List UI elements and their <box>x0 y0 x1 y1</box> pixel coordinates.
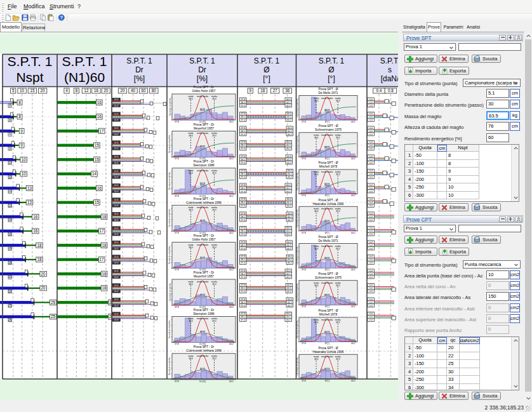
svg-text:37.4: 37.4 <box>241 233 245 236</box>
svg-text:Cubrinovski Ishihara 1999: Cubrinovski Ishihara 1999 <box>186 349 222 352</box>
svg-text:25: 25 <box>51 314 56 319</box>
svg-text:38.1: 38.1 <box>241 159 245 161</box>
svg-text:10: 10 <box>20 88 25 93</box>
svg-text:37.8: 37.8 <box>302 305 306 308</box>
svg-text:40.2: 40.2 <box>287 204 291 207</box>
svg-text:37.8: 37.8 <box>302 194 306 197</box>
svg-text:38.1: 38.1 <box>241 302 245 304</box>
svg-text:37.8: 37.8 <box>302 342 306 345</box>
svg-text:Hatanaka Uchida 1996: Hatanaka Uchida 1996 <box>313 350 344 354</box>
svg-text:15: 15 <box>30 88 35 93</box>
svg-text:Schmertmann 1975: Schmertmann 1975 <box>315 128 342 131</box>
svg-text:0.4: 0.4 <box>369 233 373 236</box>
svg-text:[%]: [%] <box>134 74 145 83</box>
svg-text:37.4: 37.4 <box>241 190 245 193</box>
svg-text:0.4: 0.4 <box>369 319 373 321</box>
svg-text:S.P.T. 1: S.P.T. 1 <box>62 54 107 69</box>
svg-text:moda media: moda media <box>197 95 208 98</box>
svg-text:9: 9 <box>20 143 23 147</box>
svg-text:40.1: 40.1 <box>287 201 291 204</box>
svg-text:39.3: 39.3 <box>336 358 340 361</box>
svg-text:38.1: 38.1 <box>241 187 245 190</box>
svg-text:15: 15 <box>95 200 100 204</box>
svg-text:Ø [°]: Ø [°] <box>325 342 329 345</box>
svg-text:40.2: 40.2 <box>229 343 234 345</box>
svg-text:Densità di probabilità: Densità di probabilità <box>169 357 171 375</box>
svg-text:0.4: 0.4 <box>369 290 373 293</box>
svg-text:9: 9 <box>20 129 23 133</box>
svg-text:38.1: 38.1 <box>241 216 245 218</box>
svg-text:18: 18 <box>37 243 42 248</box>
svg-text:40.2: 40.2 <box>288 219 292 222</box>
svg-text:0.4: 0.4 <box>369 133 373 136</box>
svg-text:38.17: 38.17 <box>324 257 329 260</box>
svg-text:40.2: 40.2 <box>287 290 291 293</box>
svg-text:18: 18 <box>102 243 107 248</box>
svg-text:37.8: 37.8 <box>241 312 245 315</box>
svg-text:40.2: 40.2 <box>286 233 291 236</box>
svg-text:37.8: 37.8 <box>175 121 179 123</box>
svg-text:8: 8 <box>18 100 21 105</box>
svg-text:37.8: 37.8 <box>241 198 245 201</box>
svg-text:40.2: 40.2 <box>288 176 292 178</box>
svg-text:37.8: 37.8 <box>175 232 179 234</box>
svg-text:moda media: moda media <box>321 171 333 173</box>
svg-text:8: 8 <box>18 114 21 119</box>
svg-text:40.1: 40.1 <box>288 302 292 304</box>
svg-text:16: 16 <box>94 88 99 93</box>
svg-text:39.3: 39.3 <box>336 173 340 176</box>
svg-text:40.2: 40.2 <box>286 190 291 193</box>
svg-text:0.4: 0.4 <box>369 213 373 215</box>
svg-text:0.4: 0.4 <box>369 201 373 204</box>
svg-text:40.2: 40.2 <box>229 380 234 383</box>
svg-text:40.0: 40.0 <box>286 184 291 187</box>
svg-text:0.4: 0.4 <box>369 159 373 161</box>
svg-text:40.1: 40.1 <box>286 316 291 318</box>
svg-text:40.0: 40.0 <box>288 213 292 215</box>
svg-text:38.17: 38.17 <box>324 220 329 223</box>
svg-text:8: 8 <box>9 104 11 107</box>
svg-text:38.6: 38.6 <box>189 209 193 211</box>
svg-text:40.2: 40.2 <box>229 306 234 309</box>
svg-text:38.17: 38.17 <box>200 257 205 260</box>
svg-text:40.2: 40.2 <box>229 121 234 123</box>
svg-text:18: 18 <box>8 262 12 265</box>
svg-text:40.0: 40.0 <box>287 198 291 201</box>
svg-text:37.8: 37.8 <box>302 232 306 234</box>
svg-text:S.P.T.: S.P.T. <box>380 56 399 65</box>
svg-text:16: 16 <box>8 233 12 236</box>
svg-text:40.2: 40.2 <box>351 194 356 197</box>
svg-text:16: 16 <box>97 186 102 190</box>
svg-text:0.4: 0.4 <box>369 316 373 318</box>
svg-text:5: 5 <box>12 88 15 93</box>
svg-text:15: 15 <box>95 143 100 147</box>
svg-text:38.17: 38.17 <box>324 294 329 296</box>
svg-text:s: s <box>388 65 392 74</box>
svg-text:25: 25 <box>8 319 12 322</box>
svg-text:Gibbs Holtz 1957: Gibbs Holtz 1957 <box>192 90 216 93</box>
svg-text:[daN/: [daN/ <box>381 74 399 83</box>
svg-text:moda media: moda media <box>197 169 208 172</box>
svg-text:18: 18 <box>102 215 107 219</box>
svg-text:40.2: 40.2 <box>229 269 234 271</box>
svg-text:37.8: 37.8 <box>175 306 179 309</box>
svg-text:38.6: 38.6 <box>314 136 319 139</box>
svg-text:40.2: 40.2 <box>351 380 356 382</box>
svg-text:Dr [%]: Dr [%] <box>199 380 206 383</box>
svg-text:80: 80 <box>152 88 157 93</box>
svg-text:S.P.T. 1: S.P.T. 1 <box>254 56 280 65</box>
svg-text:moda media: moda media <box>321 319 333 321</box>
svg-text:[°]: [°] <box>263 74 270 83</box>
svg-text:40.2: 40.2 <box>351 342 356 345</box>
svg-text:37.8: 37.8 <box>241 284 245 286</box>
svg-text:0.4: 0.4 <box>369 112 373 115</box>
svg-text:37.4: 37.4 <box>241 319 245 321</box>
svg-text:37.4: 37.4 <box>241 305 245 307</box>
svg-text:Prova SPT - Ø: Prova SPT - Ø <box>318 347 338 350</box>
svg-text:Prova SPT - Ø: Prova SPT - Ø <box>318 124 338 128</box>
svg-text:0.4: 0.4 <box>369 270 373 272</box>
svg-text:S.P.T. 1: S.P.T. 1 <box>319 56 345 65</box>
svg-text:56.8: 56.8 <box>114 105 119 107</box>
svg-text:39.3: 39.3 <box>336 248 340 250</box>
svg-text:Prova SPT - Dr: Prova SPT - Dr <box>194 234 215 237</box>
